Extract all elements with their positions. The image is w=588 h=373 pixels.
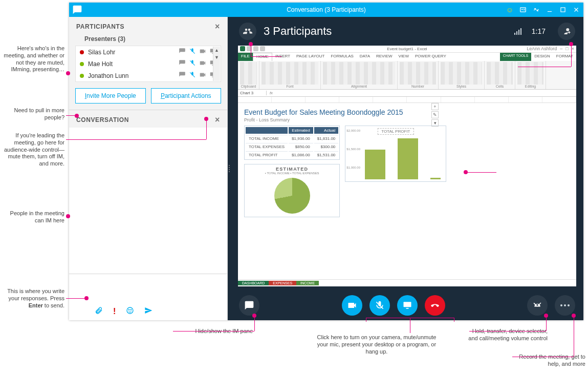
left-panel: PARTICIPANTS × Presenters (3) Silas Lohr	[69, 17, 228, 320]
excel-tab[interactable]: REVIEW	[373, 53, 396, 61]
excel-app-icon	[240, 46, 245, 51]
send-icon[interactable]	[144, 306, 153, 316]
im-icon	[179, 59, 186, 68]
excel-tab[interactable]: DATA	[357, 53, 373, 61]
hangup-button[interactable]	[425, 295, 445, 316]
participant-row[interactable]: Silas Lohr	[76, 46, 221, 58]
contact-card-icon[interactable]	[519, 6, 527, 14]
excel-subheading: Profit - Loss Summary	[244, 117, 570, 122]
message-input[interactable]	[69, 274, 227, 303]
pie-title: ESTIMATED	[247, 167, 337, 172]
im-icon	[179, 48, 186, 56]
mic-muted-icon	[189, 48, 196, 56]
excel-tab[interactable]: FORMAT	[553, 53, 576, 61]
attach-icon[interactable]	[95, 306, 103, 316]
mic-muted-icon	[189, 59, 196, 68]
video-icon	[199, 71, 206, 80]
annotation-dot	[66, 214, 70, 218]
participant-name: Mae Holt	[88, 60, 179, 68]
svg-rect-15	[403, 302, 411, 307]
video-icon	[199, 48, 206, 56]
svg-point-13	[129, 309, 129, 310]
presence-icon	[80, 62, 84, 66]
participants-close-icon[interactable]: ×	[215, 22, 220, 31]
annotation-roster: Here's who's in the meeting, and whether…	[3, 45, 64, 73]
annotation-actions: If you're leading the meeting, go here f…	[3, 132, 64, 168]
excel-sheet-tabs: DASHBOARD EXPENSES INCOME	[238, 279, 576, 286]
close-icon[interactable]	[572, 6, 580, 14]
annotation-dot	[464, 170, 468, 174]
svg-rect-4	[548, 11, 552, 12]
annotation-dot	[572, 314, 576, 318]
annotation-dot	[249, 42, 253, 46]
excel-tab[interactable]: PAGE LAYOUT	[293, 53, 328, 61]
excel-tab[interactable]: POWER QUERY	[412, 53, 449, 61]
participants-heading: PARTICIPANTS ×	[69, 17, 227, 34]
annotation-dot	[75, 114, 79, 118]
video-button[interactable]	[342, 295, 362, 316]
im-icon	[179, 71, 186, 80]
excel-formula-bar: Chart 3 fx	[238, 90, 576, 97]
participants-list: Silas Lohr Mae Holt	[75, 46, 221, 82]
annotation-im-area: People in the meeting can IM here	[3, 210, 64, 224]
svg-rect-3	[524, 10, 526, 10]
svg-rect-16	[406, 308, 408, 309]
participant-row[interactable]: Mae Holt	[76, 58, 221, 70]
video-icon	[199, 59, 206, 68]
pie-chart	[274, 178, 310, 214]
annotation-dot	[84, 296, 89, 300]
excel-tab[interactable]: FORMULAS	[328, 53, 356, 61]
annotation-dot	[544, 314, 548, 318]
annotation-invite: Need to pull in more people?	[3, 107, 64, 121]
maximize-icon[interactable]	[559, 6, 567, 14]
presence-icon	[80, 74, 84, 78]
presenters-label: Presenters (3)	[69, 34, 227, 46]
excel-ribbon: Clipboard Font Alignment Number Styles C…	[238, 61, 576, 90]
excel-tab[interactable]: DESIGN	[531, 53, 553, 61]
present-button[interactable]	[397, 295, 418, 316]
excel-tab[interactable]: VIEW	[396, 53, 412, 61]
excel-summary-table: EstimatedActual TOTAL INCOME$1,936.00$1,…	[244, 126, 340, 160]
call-options-button[interactable]	[527, 295, 548, 316]
participant-row[interactable]: Jonathon Lunn	[76, 70, 221, 81]
pie-legend: • TOTAL INCOME • TOTAL EXPENSES	[247, 172, 337, 175]
invite-more-people-button[interactable]: Invite More People	[75, 88, 146, 103]
participant-name: Jonathon Lunn	[88, 72, 179, 79]
popout-icon[interactable]	[532, 6, 540, 14]
call-timer: 1:17	[532, 27, 546, 35]
conversation-close-icon[interactable]: ×	[215, 115, 220, 125]
mic-muted-icon	[189, 71, 196, 80]
svg-rect-2	[524, 9, 526, 9]
mute-button[interactable]	[369, 295, 390, 316]
importance-icon[interactable]: !	[113, 307, 116, 316]
scrollbar[interactable]: ▲▼	[213, 47, 220, 81]
svg-point-14	[131, 309, 132, 310]
skype-logo-icon	[72, 5, 82, 15]
minimize-icon[interactable]	[546, 6, 554, 14]
annotation-device: Hold, transfer, device selector, and cal…	[466, 328, 548, 342]
svg-point-1	[521, 9, 522, 10]
bar-chart: TOTAL PROFIT $2,000.00 $1,500.00 $1,000.…	[345, 126, 446, 182]
excel-tab[interactable]: HOME	[253, 53, 272, 61]
presence-icon	[80, 50, 84, 54]
excel-heading: Event Budget for Sales Meeting Boondoggl…	[244, 108, 570, 116]
titlebar[interactable]: Conversation (3 Participants) ☺	[69, 3, 583, 17]
emoji-icon[interactable]: ☺	[506, 6, 514, 14]
chart-side-tools: +✎▾	[431, 103, 439, 127]
annotation-dot	[204, 117, 208, 121]
roster-toggle-button[interactable]	[239, 23, 256, 40]
svg-rect-5	[561, 8, 565, 12]
toggle-im-button[interactable]	[239, 295, 259, 316]
annotation-dot	[252, 314, 256, 318]
annotation-compose: This is where you write your responses. …	[3, 288, 64, 309]
add-participant-button[interactable]	[558, 23, 575, 40]
emoji-picker-icon[interactable]	[126, 306, 134, 316]
more-button[interactable]	[555, 295, 575, 316]
participant-name: Silas Lohr	[88, 49, 179, 56]
participant-actions-button[interactable]: Participant Actions	[151, 88, 222, 103]
conversation-history[interactable]	[69, 128, 227, 274]
excel-tab[interactable]: INSERT	[272, 53, 293, 61]
signal-icon	[514, 28, 521, 35]
excel-sheet: Event Budget for Sales Meeting Boondoggl…	[238, 97, 576, 279]
stage-title: 3 Participants	[264, 25, 332, 38]
